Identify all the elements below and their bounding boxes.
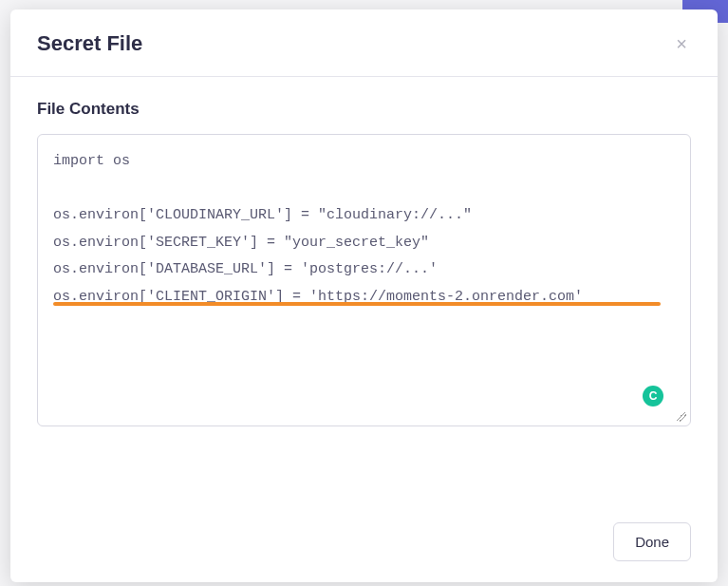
modal-footer: Done: [10, 500, 718, 582]
file-contents-label: File Contents: [37, 100, 691, 119]
grammarly-icon[interactable]: C: [643, 386, 663, 406]
resize-handle-icon[interactable]: [677, 412, 686, 422]
file-contents-textarea[interactable]: import os os.environ['CLOUDINARY_URL'] =…: [53, 148, 675, 412]
modal-title: Secret File: [37, 31, 142, 56]
close-button[interactable]: ×: [672, 30, 691, 57]
modal-header: Secret File ×: [10, 9, 718, 77]
secret-file-modal: Secret File × File Contents import os os…: [10, 9, 718, 582]
done-button[interactable]: Done: [613, 522, 691, 561]
highlight-underline: [53, 302, 661, 306]
close-icon: ×: [676, 33, 687, 54]
spacer: [37, 426, 691, 500]
code-editor-container: import os os.environ['CLOUDINARY_URL'] =…: [37, 134, 691, 426]
grammarly-badge-letter: C: [649, 389, 658, 403]
modal-body: File Contents import os os.environ['CLOU…: [10, 77, 718, 500]
